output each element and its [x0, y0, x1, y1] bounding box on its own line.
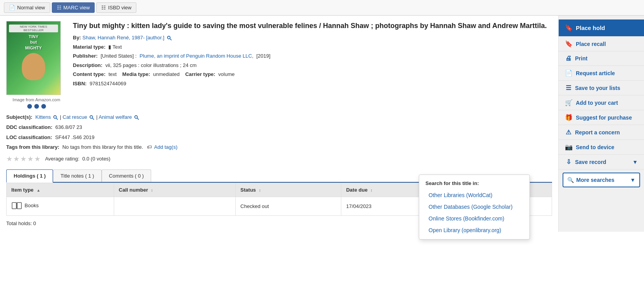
tab-isbd-view[interactable]: ☷ ISBD view	[96, 2, 136, 13]
col-item-holds[interactable]: Item holds ↕	[441, 183, 552, 197]
tags-label: Tags from this library:	[6, 144, 59, 150]
document-icon: 📄	[9, 5, 15, 11]
book-meta: By: Shaw, Hannah René, 1987- [author.] M…	[73, 34, 552, 87]
star-1[interactable]: ★	[6, 153, 12, 165]
view-tabs-bar: 📄 Normal view ☷ MARC view ☷ ISBD view	[0, 0, 644, 16]
place-hold-button[interactable]: 🔖 Place hold	[559, 19, 644, 37]
suggest-icon: 🎁	[565, 114, 573, 121]
svg-point-4	[90, 115, 93, 118]
description-line: Description: vii, 325 pages : color illu…	[73, 62, 552, 69]
book-title: Tiny but mighty : kitten lady's guide to…	[73, 21, 552, 31]
sort-item-type-icon: ▲	[37, 188, 41, 192]
table-row: Books Checked out 17/04/2023	[7, 197, 552, 215]
cover-title: TINY but MIGHTY	[25, 34, 42, 51]
send-to-device-button[interactable]: 📷 Send to device	[559, 140, 644, 155]
svg-line-7	[137, 118, 139, 120]
col-item-type[interactable]: Item type ▲	[7, 183, 114, 197]
save-to-lists-button[interactable]: ☰ Save to your lists	[559, 81, 644, 95]
carrier-type-label: Carrier type:	[185, 71, 215, 77]
star-4[interactable]: ★	[27, 153, 34, 165]
author-line: By: Shaw, Hannah René, 1987- [author.]	[73, 34, 552, 42]
book-cover-container: NEW YORK TIMES BESTSELLER TINY but MIGHT…	[6, 21, 67, 109]
isbn-label: ISBN:	[73, 81, 86, 86]
place-recall-button[interactable]: 🔖 Place recall	[559, 37, 644, 51]
save-icon: ⇩	[565, 158, 572, 166]
cell-status: Checked out	[236, 197, 341, 215]
cell-call-number	[114, 197, 235, 215]
svg-rect-8	[12, 203, 16, 209]
image-source-label: Image from Amazon.com	[6, 97, 67, 102]
holdings-table: Item type ▲ Call number ↕ Status ↕ Date …	[6, 183, 552, 216]
star-5[interactable]: ★	[34, 153, 41, 165]
cart-icon: 🛒	[565, 99, 573, 106]
col-date-due[interactable]: Date due ↕	[341, 183, 441, 197]
material-type-label: Material type:	[73, 44, 106, 50]
tab-normal-view[interactable]: 📄 Normal view	[4, 2, 50, 13]
subject-animal-welfare-search-icon[interactable]	[134, 115, 139, 120]
svg-line-3	[56, 118, 58, 120]
save-record-caret: ▼	[632, 159, 638, 165]
publisher-line: Publisher: [United States] : Plume, an i…	[73, 52, 552, 60]
sort-item-holds-icon: ↕	[474, 188, 476, 192]
book-type-icon: Books	[11, 202, 39, 210]
material-type-line: Material type: ▮ Text	[73, 43, 552, 51]
add-to-cart-button[interactable]: 🛒 Add to your cart	[559, 95, 644, 110]
svg-point-0	[167, 36, 170, 39]
more-searches-button[interactable]: 🔍 More searches ▼	[563, 173, 640, 187]
col-call-number[interactable]: Call number ↕	[114, 183, 235, 197]
save-record-button[interactable]: ⇩ Save record ▼	[559, 155, 644, 169]
media-type-value: unmediated	[153, 71, 180, 77]
bookmark-icon: 🔖	[565, 24, 573, 32]
publisher-year: [2019]	[256, 53, 270, 59]
subject-animal-welfare[interactable]: Animal welfare	[99, 114, 132, 120]
sort-call-number-icon: ↕	[151, 188, 153, 192]
author-search-icon[interactable]	[167, 35, 172, 41]
subject-cat-rescue[interactable]: Cat rescue	[63, 114, 87, 120]
description-label: Description:	[73, 62, 102, 68]
isbn-line: ISBN: 9781524744069	[73, 80, 552, 88]
subject-kittens-search-icon[interactable]	[53, 115, 58, 120]
rating-row: ★ ★ ★ ★ ★ Average rating: 0.0 (0 votes)	[6, 153, 552, 165]
author-link[interactable]: Shaw, Hannah René, 1987- [author.]	[83, 35, 164, 41]
ddc-row: DDC classification: 636.8/07 23	[6, 123, 552, 132]
dot-1	[27, 104, 32, 109]
ddc-value: 636.8/07 23	[55, 124, 82, 130]
warning-icon: ⚠	[565, 129, 572, 136]
avg-rating-value: 0.0 (0 votes)	[82, 156, 110, 162]
total-holds: Total holds: 0	[6, 220, 552, 226]
subjects-row: Subject(s): Kittens | Cat rescue | Anima…	[6, 113, 552, 122]
more-searches-search-icon: 🔍	[567, 177, 574, 183]
cover-badge: NEW YORK TIMES BESTSELLER	[9, 25, 58, 32]
description-value: vii, 325 pages : color illustrations ; 2…	[105, 62, 196, 68]
article-icon: 📄	[565, 69, 573, 77]
report-concern-button[interactable]: ⚠ Report a concern	[559, 125, 644, 140]
loc-label: LOC classification:	[6, 134, 52, 140]
add-tag-link[interactable]: Add tag(s)	[154, 144, 178, 150]
svg-line-5	[93, 118, 94, 120]
suggest-purchase-button[interactable]: 🎁 Suggest for purchase	[559, 110, 644, 125]
carrier-type-value: volume	[218, 71, 235, 77]
col-status[interactable]: Status ↕	[236, 183, 341, 197]
book-cover-image: NEW YORK TIMES BESTSELLER TINY but MIGHT…	[6, 21, 61, 95]
tags-row: Tags from this library: No tags from thi…	[6, 143, 552, 152]
cell-date-due: 17/04/2023	[341, 197, 441, 215]
subject-cat-rescue-search-icon[interactable]	[89, 115, 95, 120]
publisher-location: [United States] :	[101, 53, 137, 59]
publisher-name-link[interactable]: Plume, an imprint of Penguin Random Hous…	[139, 53, 253, 59]
more-searches-caret: ▼	[630, 177, 635, 183]
cover-dots	[6, 104, 67, 109]
recall-icon: 🔖	[565, 40, 573, 48]
star-3[interactable]: ★	[20, 153, 26, 165]
book-info: Tiny but mighty : kitten lady's guide to…	[73, 21, 552, 109]
main-layout: NEW YORK TIMES BESTSELLER TINY but MIGHT…	[0, 16, 644, 232]
tab-holdings[interactable]: Holdings ( 1 )	[6, 169, 53, 183]
tab-comments[interactable]: Comments ( 0 )	[102, 169, 152, 182]
subject-kittens[interactable]: Kittens	[35, 114, 51, 120]
content-type-value: text	[108, 71, 116, 77]
request-article-button[interactable]: 📄 Request article	[559, 66, 644, 81]
tab-title-notes[interactable]: Title notes ( 1 )	[53, 169, 101, 182]
device-icon: 📷	[565, 143, 573, 151]
star-2[interactable]: ★	[13, 153, 19, 165]
tab-marc-view[interactable]: ☷ MARC view	[52, 2, 95, 13]
print-button[interactable]: 🖨 Print	[559, 51, 644, 66]
